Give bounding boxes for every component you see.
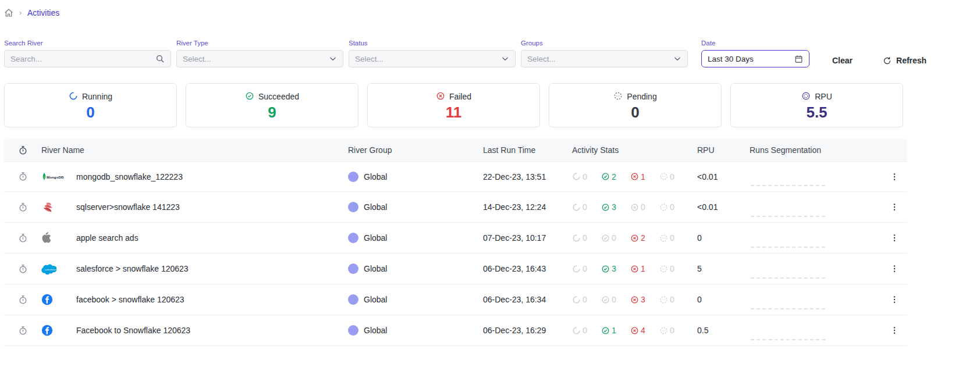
river-type-placeholder: Select...	[183, 55, 329, 63]
runs-segmentation-placeholder	[751, 339, 825, 340]
stat-pending: 0	[659, 233, 688, 243]
stat-failed: 2	[630, 233, 659, 243]
stat-running: 0	[572, 295, 601, 304]
search-river-input[interactable]	[10, 55, 155, 63]
schedule-icon	[18, 202, 28, 212]
breadcrumb: › Activities	[4, 8, 911, 17]
river-type-select[interactable]: Select...	[176, 50, 343, 67]
svg-text:salesforce: salesforce	[45, 268, 56, 270]
rpu-value: 0.5	[697, 326, 750, 335]
date-label: Date	[701, 40, 809, 47]
kebab-icon	[890, 202, 899, 212]
card-value: 9	[268, 105, 276, 120]
failed-x-icon	[436, 91, 445, 102]
kebab-icon	[890, 233, 899, 243]
schedule-icon	[18, 295, 28, 305]
row-menu-button[interactable]	[887, 323, 901, 338]
schedule-icon	[18, 264, 28, 274]
row-menu-button[interactable]	[887, 292, 901, 307]
refresh-button[interactable]: Refresh	[868, 52, 938, 69]
card-failed[interactable]: Failed 11	[367, 83, 540, 127]
schedule-icon	[18, 233, 28, 243]
row-menu-button[interactable]	[887, 230, 901, 245]
groups-label: Groups	[521, 40, 688, 47]
stat-succeeded: 3	[601, 264, 630, 273]
stat-failed: 1	[630, 264, 659, 273]
card-rpu[interactable]: RPU 5.5	[730, 83, 903, 127]
kebab-icon	[890, 172, 899, 182]
row-menu-button[interactable]	[887, 199, 901, 215]
refresh-label: Refresh	[896, 56, 926, 65]
clear-button[interactable]: Clear	[815, 52, 868, 69]
last-run-time: 07-Dec-23, 10:17	[483, 233, 572, 243]
runs-segmentation-placeholder	[751, 277, 825, 279]
last-run-time: 14-Dec-23, 12:24	[483, 202, 572, 212]
rivers-table: River Name River Group Last Run Time Act…	[4, 139, 907, 346]
stat-failed: 0	[630, 202, 659, 212]
stat-running: 0	[572, 233, 601, 243]
stat-succeeded: 3	[601, 202, 630, 212]
river-name[interactable]: facebook > snowflake 120623	[76, 295, 184, 304]
card-label: Succeeded	[258, 92, 299, 101]
table-row[interactable]: Facebook to Snowflake 120623Global06-Dec…	[4, 315, 907, 346]
chevron-down-icon	[501, 55, 509, 63]
card-succeeded[interactable]: Succeeded 9	[186, 83, 358, 127]
river-name[interactable]: salesforce > snowflake 120623	[76, 264, 189, 273]
group-color-dot	[348, 263, 358, 274]
stat-running: 0	[572, 264, 601, 273]
table-row[interactable]: apple search adsGlobal07-Dec-23, 10:1700…	[4, 223, 907, 254]
search-river-field[interactable]	[4, 50, 171, 67]
card-pending[interactable]: Pending 0	[549, 83, 722, 127]
runs-segmentation-placeholder	[751, 247, 825, 248]
stat-running: 0	[572, 326, 601, 335]
group-color-dot	[348, 202, 358, 212]
stat-pending: 0	[659, 202, 688, 212]
groups-select[interactable]: Select...	[521, 50, 688, 67]
home-icon[interactable]	[4, 8, 13, 17]
stat-running: 0	[572, 202, 601, 212]
river-name[interactable]: sqlserver>snowflake 141223	[76, 202, 180, 212]
schedule-icon	[18, 172, 28, 181]
group-color-dot	[348, 172, 358, 182]
salesforce-logo: salesforce	[41, 263, 76, 275]
kebab-icon	[890, 325, 899, 336]
schedule-icon	[18, 326, 28, 336]
col-activity-stats: Activity Stats	[572, 145, 697, 155]
river-group-label: Global	[364, 295, 387, 304]
river-name[interactable]: mongodb_snowflake_122223	[76, 172, 183, 181]
date-range-picker[interactable]: Last 30 Days	[701, 50, 809, 67]
rpu-value: 5	[697, 264, 750, 273]
card-value: 0	[86, 105, 94, 120]
river-name[interactable]: apple search ads	[76, 233, 139, 243]
row-menu-button[interactable]	[887, 261, 901, 276]
sqlserver-logo	[41, 201, 76, 213]
table-header: River Name River Group Last Run Time Act…	[4, 139, 907, 161]
chevron-down-icon	[329, 55, 337, 63]
rpu-value: 0	[697, 233, 750, 243]
filter-bar: Search River River Type Select... Status…	[4, 40, 911, 70]
card-running[interactable]: Running 0	[4, 83, 177, 127]
table-row[interactable]: MongoDBmongodb_snowflake_122223Global22-…	[4, 161, 907, 192]
river-name[interactable]: Facebook to Snowflake 120623	[76, 326, 190, 335]
search-icon	[155, 54, 165, 63]
card-label: Running	[82, 92, 112, 101]
breadcrumb-activities-link[interactable]: Activities	[27, 8, 59, 17]
table-body: MongoDBmongodb_snowflake_122223Global22-…	[4, 161, 907, 346]
river-group-label: Global	[364, 202, 387, 212]
row-menu-button[interactable]	[887, 169, 901, 184]
table-row[interactable]: salesforcesalesforce > snowflake 120623G…	[4, 254, 907, 284]
table-row[interactable]: sqlserver>snowflake 141223Global14-Dec-2…	[4, 192, 907, 223]
card-label: Pending	[627, 92, 656, 101]
group-color-dot	[348, 325, 358, 336]
river-group-label: Global	[364, 264, 387, 273]
last-run-time: 22-Dec-23, 13:51	[483, 172, 572, 181]
stat-pending: 0	[659, 295, 688, 304]
table-row[interactable]: facebook > snowflake 120623Global06-Dec-…	[4, 284, 907, 315]
facebook-logo	[41, 325, 76, 336]
summary-cards: Running 0 Succeeded 9 Failed 11 Pending …	[4, 83, 911, 127]
stat-succeeded: 0	[601, 233, 630, 243]
group-color-dot	[348, 294, 358, 305]
rpu-value: <0.01	[697, 202, 750, 212]
kebab-icon	[890, 263, 899, 274]
status-select[interactable]: Select...	[349, 50, 516, 67]
